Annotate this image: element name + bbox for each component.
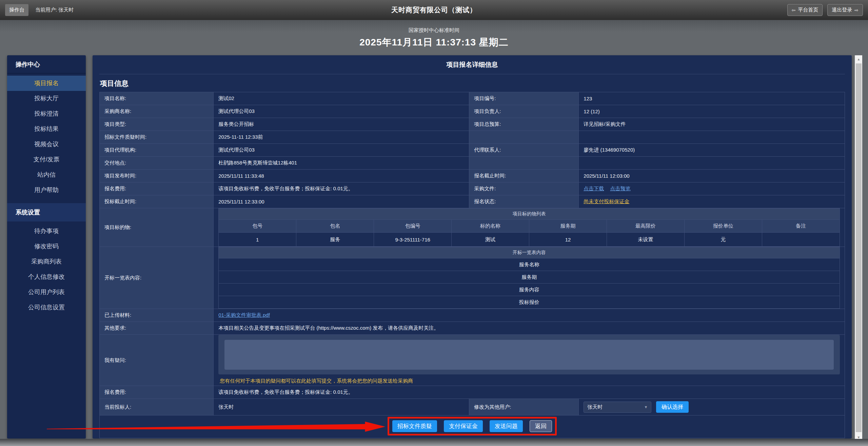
bid-form-row: 服务期 <box>219 271 840 284</box>
table-row: 投标截止时间: 2025/11/11 12:33:00 报名状态: 尚未支付投标… <box>100 195 845 208</box>
table-row-goods: 项目标的物: 项目标的物列表 包号 包名 包编号 标的名称 服务期 最高限价 报… <box>100 208 845 247</box>
action-button-group: 招标文件质疑 支付保证金 发送问题 返回 <box>392 420 552 432</box>
topbar-actions: ⇦ 平台首页 退出登录 ⇨ <box>787 4 863 16</box>
sidebar-item-video-conference[interactable]: 视频会议 <box>7 137 86 152</box>
sidebar-item-project-signup[interactable]: 项目报名 <box>7 76 86 91</box>
question-hint: 您有任何对于本项目的疑问都可以在此处填写提交，系统将会把您的问题发送给采购商 <box>220 378 840 384</box>
field-label: 当前投标人: <box>100 399 214 415</box>
sidebar: 操作中心 项目报名 投标大厅 投标澄清 投标结果 视频会议 支付/发票 站内信 … <box>7 55 86 439</box>
sidebar-item-bidding-hall[interactable]: 投标大厅 <box>7 91 86 106</box>
field-label: 项目发布时间: <box>100 170 214 182</box>
challenge-document-button[interactable]: 招标文件质疑 <box>392 420 437 432</box>
bid-form-table: 开标一览表内容 服务名称 服务期 服务内容 投标报价 <box>218 247 840 309</box>
column-header: 服务期 <box>529 220 607 233</box>
uploaded-file-link[interactable]: 01-采购文件审批表.pdf <box>218 312 270 318</box>
sidebar-item-todo[interactable]: 待办事项 <box>7 224 86 239</box>
right-arrow-icon: ⇨ <box>854 7 859 13</box>
cell-price-unit: 元 <box>685 233 762 247</box>
other-requirements-value: 本项目相关公告及变更事项在招采测试平台 (https://www.cszoc.c… <box>214 322 845 335</box>
field-value: 2025/11/11 12:03:00 <box>579 170 845 182</box>
sidebar-settings-items: 待办事项 修改密码 采购商列表 个人信息修改 公司用户列表 公司信息设置 <box>7 221 86 315</box>
deposit-status-link[interactable]: 尚未支付投标保证金 <box>584 198 629 204</box>
field-label: 我有疑问: <box>100 335 214 386</box>
field-value: 123 <box>579 92 845 105</box>
sidebar-item-bid-clarification[interactable]: 投标澄清 <box>7 106 86 121</box>
cell-subject-name: 测试 <box>452 233 529 247</box>
cell-package-no: 1 <box>219 233 296 247</box>
sidebar-section-operations: 操作中心 <box>7 55 86 74</box>
column-header: 最高限价 <box>607 220 685 233</box>
cell-service-period: 12 <box>529 233 607 247</box>
platform-home-button[interactable]: ⇦ 平台首页 <box>787 4 823 16</box>
vertical-scrollbar[interactable]: ▲ ▼ <box>855 55 862 441</box>
actions-container: 招标文件质疑 支付保证金 发送问题 返回 <box>104 415 840 438</box>
main-panel: 项目报名详细信息 项目信息 项目名称: 测试02 项目编号: 123 采购商名称… <box>93 55 852 439</box>
question-input[interactable] <box>224 340 834 370</box>
pay-deposit-button[interactable]: 支付保证金 <box>444 420 483 432</box>
logout-button[interactable]: 退出登录 ⇨ <box>827 4 863 16</box>
field-value: 服务类公开招标 <box>214 118 469 131</box>
field-value: 杜鹃路858号奥克斯缔壹城12栋401 <box>214 157 469 170</box>
field-label: 项目标的物: <box>100 208 214 247</box>
field-label: 投标截止时间: <box>100 195 214 208</box>
sidebar-item-site-message[interactable]: 站内信 <box>7 167 86 182</box>
field-label: 其他要求: <box>100 322 214 335</box>
field-label: 开标一览表内容: <box>100 247 214 309</box>
sidebar-item-company-users[interactable]: 公司用户列表 <box>7 285 86 300</box>
table-row-question: 我有疑问: 您有任何对于本项目的疑问都可以在此处填写提交，系统将会把您的问题发送… <box>100 335 845 386</box>
table-row: 其他要求: 本项目相关公告及变更事项在招采测试平台 (https://www.c… <box>100 322 845 335</box>
sidebar-section-settings: 系统设置 <box>7 203 86 221</box>
project-info-heading: 项目信息 <box>99 74 845 92</box>
field-value-empty <box>579 157 845 170</box>
sidebar-item-company-settings[interactable]: 公司信息设置 <box>7 300 86 315</box>
document-links-cell: 点击下载 点击预览 <box>579 182 845 195</box>
chevron-down-icon: ▼ <box>644 405 648 409</box>
field-label: 报名费用: <box>100 182 214 195</box>
cell-remark <box>762 233 840 247</box>
actions-cell: 招标文件质疑 支付保证金 发送问题 返回 <box>100 415 845 438</box>
table-row-actions: 招标文件质疑 支付保证金 发送问题 返回 <box>100 415 845 438</box>
table-row: 项目名称: 测试02 项目编号: 123 <box>100 92 845 105</box>
field-label-empty <box>469 131 579 144</box>
cell-max-price: 未设置 <box>607 233 685 247</box>
question-cell: 您有任何对于本项目的疑问都可以在此处填写提交，系统将会把您的问题发送给采购商 <box>214 335 845 386</box>
question-textarea-container <box>218 335 840 374</box>
sidebar-item-user-help[interactable]: 用户帮助 <box>7 182 86 198</box>
send-question-button[interactable]: 发送问题 <box>490 420 523 432</box>
annotation-arrow <box>47 421 386 433</box>
column-header: 包号 <box>219 220 296 233</box>
table-row: 交付地点: 杜鹃路858号奥克斯缔壹城12栋401 <box>100 157 845 170</box>
sidebar-item-purchaser-list[interactable]: 采购商列表 <box>7 254 86 269</box>
field-label: 招标文件质疑时间: <box>100 131 214 144</box>
goods-table-cell: 项目标的物列表 包号 包名 包编号 标的名称 服务期 最高限价 报价单位 备注 <box>214 208 845 247</box>
table-row: 报名费用: 该项目免收标书费，免收平台服务费；投标保证金: 0.01元。 采购文… <box>100 182 845 195</box>
user-select[interactable]: 张天时 ▼ <box>584 402 651 413</box>
sidebar-item-change-password[interactable]: 修改密码 <box>7 239 86 254</box>
platform-home-label: 平台首页 <box>798 7 818 13</box>
scroll-up-icon[interactable]: ▲ <box>855 55 862 63</box>
table-row: 招标文件质疑时间: 2025-11-11 12:33前 <box>100 131 845 144</box>
goods-data-row: 1 服务 9-3-251111-716 测试 12 未设置 元 <box>219 233 840 247</box>
goods-table: 项目标的物列表 包号 包名 包编号 标的名称 服务期 最高限价 报价单位 备注 <box>218 208 840 247</box>
top-bar: 操作台 当前用户: 张天时 天时商贸有限公司（测试） ⇦ 平台首页 退出登录 ⇨ <box>0 0 868 20</box>
scrollbar-thumb[interactable] <box>856 63 862 432</box>
field-value: 详见招标/采购文件 <box>579 118 845 131</box>
field-label-empty <box>469 157 579 170</box>
field-value: 测试代理公司03 <box>214 105 469 118</box>
field-label: 项目总预算: <box>469 118 579 131</box>
preview-document-link[interactable]: 点击预览 <box>610 186 630 191</box>
sidebar-item-bid-results[interactable]: 投标结果 <box>7 121 86 137</box>
back-button[interactable]: 返回 <box>530 420 552 432</box>
bottom-shadow <box>0 439 868 446</box>
sidebar-item-personal-info[interactable]: 个人信息修改 <box>7 269 86 285</box>
sidebar-item-payment-invoice[interactable]: 支付/发票 <box>7 152 86 167</box>
field-label: 采购文件: <box>469 182 579 195</box>
app-title: 天时商贸有限公司（测试） <box>391 5 477 15</box>
console-button[interactable]: 操作台 <box>5 4 28 16</box>
table-row: 报名费用: 该项目免收标书费，免收平台服务费；投标保证金: 0.01元。 <box>100 386 845 399</box>
user-select-value: 张天时 <box>587 404 603 410</box>
field-value: 廖先进 (13469070520) <box>579 144 845 157</box>
signup-status-cell: 尚未支付投标保证金 <box>579 195 845 208</box>
download-document-link[interactable]: 点击下载 <box>584 186 604 191</box>
confirm-select-button[interactable]: 确认选择 <box>656 401 689 413</box>
